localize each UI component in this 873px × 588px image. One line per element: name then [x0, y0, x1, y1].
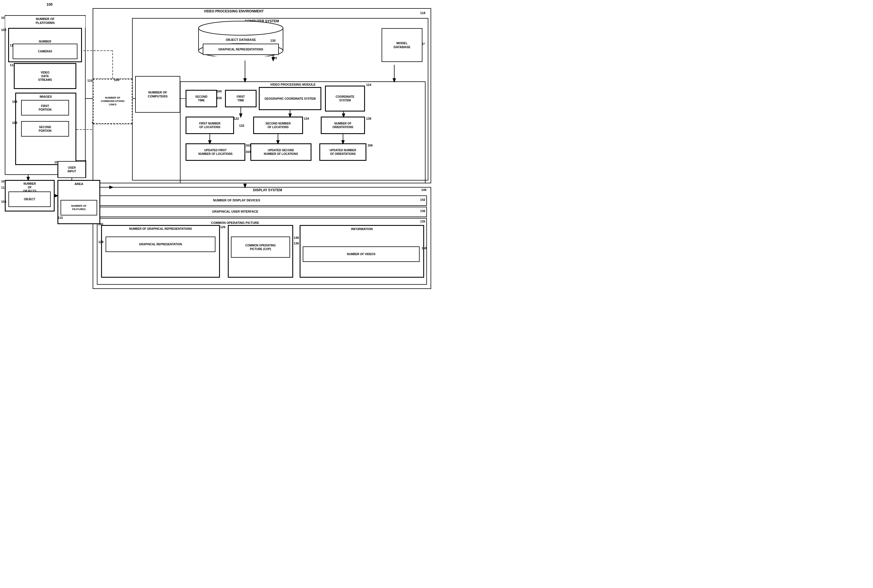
ref-166: 166: [368, 144, 373, 147]
ref-122: 122: [234, 117, 239, 120]
ref-126: 126: [220, 225, 225, 229]
ref-120: 120: [272, 56, 277, 60]
ref-156: 156: [216, 96, 222, 100]
video-data-streams-box: VIDEO DATA STREAMS: [14, 63, 76, 89]
ref-124: 124: [366, 83, 371, 87]
ref-108: 108: [1, 28, 6, 32]
display-system-label: DISPLAY SYSTEM: [239, 188, 296, 192]
num-videos-box: NUMBER OF VIDEOS: [303, 246, 420, 262]
num-computers-box: NUMBER OF COMPUTERS: [135, 76, 180, 112]
updated-first-num-box: UPDATED FIRST NUMBER OF LOCATIONS: [186, 144, 245, 160]
num-comms-box: NUMBER OF COMMUNICATIONS LINKS: [93, 79, 132, 124]
object-box: OBJECT: [9, 192, 51, 207]
ref-100: 100: [46, 2, 52, 6]
ref-130: 130: [270, 39, 275, 42]
ref-153: 153: [1, 200, 6, 203]
ref-154: 154: [12, 100, 17, 104]
ref-115: 115: [58, 216, 63, 219]
ref-146: 146: [421, 188, 426, 192]
diagram: 100 VIDEO PROCESSING ENVIRONMENT COMPUTE…: [0, 0, 436, 294]
graphical-rep-box: GRAPHICAL REPRESENTATION: [106, 237, 215, 252]
video-processing-env-label: VIDEO PROCESSING ENVIRONMENT: [192, 9, 276, 13]
updated-second-num-box: UPDATED SECOND NUMBER OF LOCATIONS: [250, 144, 311, 160]
num-features-box: NUMBER OF FEATURES: [60, 200, 97, 215]
ref-158: 158: [12, 121, 17, 124]
ref-160: 160: [216, 90, 222, 93]
ref-104: 104: [114, 78, 119, 82]
cameras-box: CAMERAS: [13, 44, 78, 59]
platforms-label: NUMBER OF PLATFORMS: [5, 16, 86, 28]
user-input-box: USER INPUT: [58, 161, 86, 178]
ref-168: 168: [422, 246, 427, 250]
ref-134: 134: [304, 117, 309, 120]
ref-162: 162: [246, 144, 250, 147]
ref-135: 135: [420, 220, 425, 223]
first-time-box: FIRST TIME: [225, 90, 256, 107]
updated-num-orient-box: UPDATED NUMBER OF ORIENTATIONS: [320, 144, 366, 160]
svg-point-62: [198, 21, 283, 35]
geo-coord-system-box: GEOGRAPHIC COORDINATE SYSTEM: [259, 87, 321, 110]
ref-138: 138: [366, 117, 371, 120]
num-display-devices-label: NUMBER OF DISPLAY DEVICES: [180, 198, 293, 202]
gui-label: GRAPHICAL USER INTERFACE: [186, 210, 284, 213]
svg-text:OBJECT DATABASE: OBJECT DATABASE: [226, 38, 256, 41]
video-proc-module-label: VIDEO PROCESSING MODULE: [254, 83, 332, 86]
num-orientations-box: NUMBER OF ORIENTATIONS: [321, 117, 365, 134]
ref-136-top: 136: [420, 209, 425, 213]
cop-box: COMMON OPERATING PICTURE (COP): [231, 237, 290, 258]
first-num-locations-box: FIRST NUMBER OF LOCATIONS: [186, 117, 234, 134]
second-portion-box: SECOND PORTION: [21, 121, 69, 136]
ref-129: 129: [98, 240, 104, 244]
second-time-box: SECOND TIME: [186, 90, 217, 107]
first-portion-box: FIRST PORTION: [21, 100, 69, 116]
ref-118: 118: [420, 11, 425, 15]
ref-132: 132: [239, 124, 244, 127]
ref-148: 148: [294, 236, 299, 239]
cop-row-label: COMMON OPERATING PICTURE: [186, 221, 284, 225]
coordinate-system-box: COORDINATE SYSTEM: [325, 86, 365, 111]
ref-116: 116: [87, 79, 92, 82]
ref-142: 142: [420, 198, 425, 201]
ref-136-cop: 136: [294, 242, 299, 245]
second-num-locations-box: SECOND NUMBER OF LOCATIONS: [254, 117, 303, 134]
ref-164: 164: [246, 150, 250, 153]
model-database-box: MODEL DATABASE: [382, 28, 422, 62]
graphical-rep-db-box: GRAPHICAL REPRESENTATIONS: [203, 44, 279, 55]
